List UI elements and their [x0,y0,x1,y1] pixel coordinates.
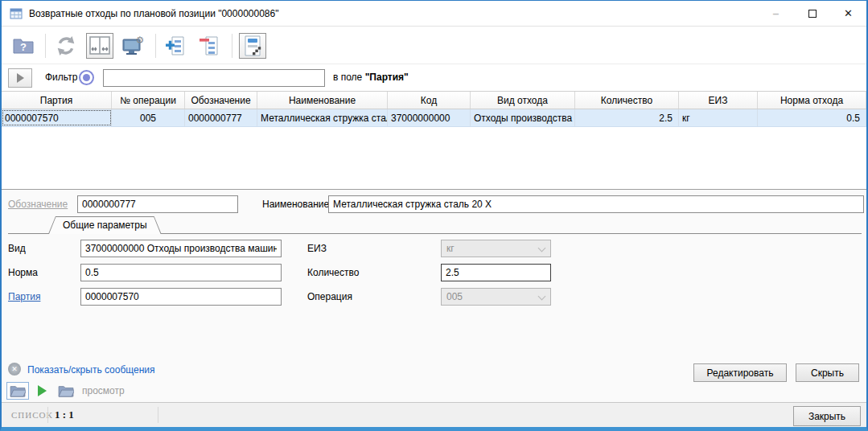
messages-link[interactable]: Показать/скрыть сообщения [27,364,155,376]
apply-filter-button[interactable] [8,68,32,88]
folder-icon [10,384,26,397]
fit-columns-button[interactable] [86,33,113,59]
detail-panel: Обозначение Наименование Общие параметры… [2,190,866,402]
maximize-icon [808,10,817,18]
fit-columns-icon [88,35,111,56]
statusbar-separator [47,407,48,423]
in-field-text: в поле [333,72,362,83]
filter-field-hint: в поле "Партия" [333,72,409,83]
chevron-down-icon [538,244,546,252]
messages-toggle-icon[interactable]: ✕ [8,363,21,376]
column-header-partia[interactable]: Партия [2,92,112,109]
operation-value: 005 [446,291,463,302]
maximize-button[interactable] [794,1,830,27]
minimize-icon: – [773,10,780,18]
vid-label: Вид [8,243,26,254]
help-button[interactable]: ? [10,33,37,59]
column-header-code[interactable]: Код [388,92,471,109]
cell-code[interactable]: 37000000000 [388,109,471,126]
edit-button[interactable]: Редактировать [693,363,787,382]
minimize-button[interactable]: – [758,1,794,27]
monitor-gear-icon: ⚙ [121,35,146,56]
hide-button[interactable]: Скрыть [796,363,859,382]
open-folder-button[interactable] [6,382,29,400]
radio-dot [83,74,90,81]
add-row-icon [165,35,187,56]
column-header-unit[interactable]: ЕИЗ [679,92,758,109]
cell-quantity[interactable]: 2.5 [575,109,679,126]
toolbar-separator [155,34,156,58]
svg-text:⚙: ⚙ [136,35,145,46]
column-header-quantity[interactable]: Количество [575,92,679,109]
eiz-select[interactable]: кг [441,240,551,257]
refresh-button[interactable] [52,33,80,59]
cell-name[interactable]: Металлическая стружка сталь 2.. [257,109,388,126]
dialog-window: Возвратные отходы по плановой позиции "0… [0,0,868,431]
cell-waste-type[interactable]: Отходы производства .. [471,109,575,126]
column-header-name[interactable]: Наименование [257,92,388,109]
run-view-button[interactable] [32,382,51,400]
screen-settings-button[interactable]: ⚙ [120,33,147,59]
refresh-icon [56,35,76,56]
view-folder-button[interactable] [56,383,76,399]
tab-label: Общие параметры [49,217,161,234]
partia-link[interactable]: Партия [8,291,40,302]
column-header-operation-no[interactable]: № операции [112,92,185,109]
table-header: Партия № операции Обозначение Наименован… [2,91,866,109]
cell-waste-rate[interactable]: 0.5 [758,109,866,126]
eiz-label: ЕИЗ [307,243,327,254]
table-empty-area [2,128,866,184]
column-header-waste-type[interactable]: Вид отхода [471,92,575,109]
remove-row-button[interactable] [196,33,224,59]
designation-link: Обозначение [8,199,68,210]
message-toolbar: просмотр [6,381,125,400]
toolbar-separator [232,34,232,58]
play-icon [38,385,47,396]
play-icon [17,73,24,83]
partia-input[interactable] [80,288,282,306]
chevron-down-icon [538,293,546,301]
filter-radio-icon[interactable] [79,70,94,85]
row-position: 1 : 1 [55,408,74,421]
name-label: Наименование [262,199,329,210]
svg-text:?: ? [20,41,27,53]
vid-input[interactable] [80,240,282,257]
close-button[interactable]: ✕ [830,1,866,27]
cell-unit[interactable]: кг [679,109,758,126]
window-title: Возвратные отходы по плановой позиции "0… [29,8,278,19]
qty-label: Количество [307,267,359,278]
edit-mode-button[interactable] [239,33,266,59]
titlebar: Возвратные отходы по плановой позиции "0… [2,1,866,27]
cell-operation-no[interactable]: 005 [112,109,185,126]
toolbar: ? ⚙ [2,27,866,64]
remove-row-icon [199,35,221,56]
column-header-designation[interactable]: Обозначение [185,92,257,109]
field-ref-text: "Партия" [365,72,409,83]
name-input[interactable] [328,195,864,213]
tab-general-params[interactable]: Общие параметры [48,216,162,234]
cell-partia[interactable]: 0000007570 [2,109,112,126]
designation-input[interactable] [77,195,238,213]
norma-label: Норма [8,267,38,278]
statusbar: СПИСОК 1 : 1 Закрыть [2,402,866,427]
window-controls: – ✕ [758,1,866,27]
eiz-value: кг [446,243,455,254]
operation-select[interactable]: 005 [441,288,551,306]
filter-label: Фильтр [45,72,77,83]
filter-bar: Фильтр в поле "Партия" [2,64,866,91]
edit-document-icon [242,35,263,56]
operation-label: Операция [307,291,352,302]
view-label: просмотр [82,385,125,396]
folder-icon [58,384,74,397]
norma-input[interactable] [80,264,282,281]
cell-designation[interactable]: 0000000777 [185,109,257,126]
qty-input[interactable] [441,264,551,281]
toolbar-separator [45,34,46,58]
close-dialog-button[interactable]: Закрыть [793,406,861,426]
close-icon: ✕ [844,7,853,19]
table-row[interactable]: 0000007570 005 0000000777 Металлическая … [2,109,866,127]
filter-input[interactable] [103,69,325,87]
add-row-button[interactable] [162,33,190,59]
help-folder-icon: ? [12,36,35,55]
column-header-waste-rate[interactable]: Норма отхода [758,92,866,109]
